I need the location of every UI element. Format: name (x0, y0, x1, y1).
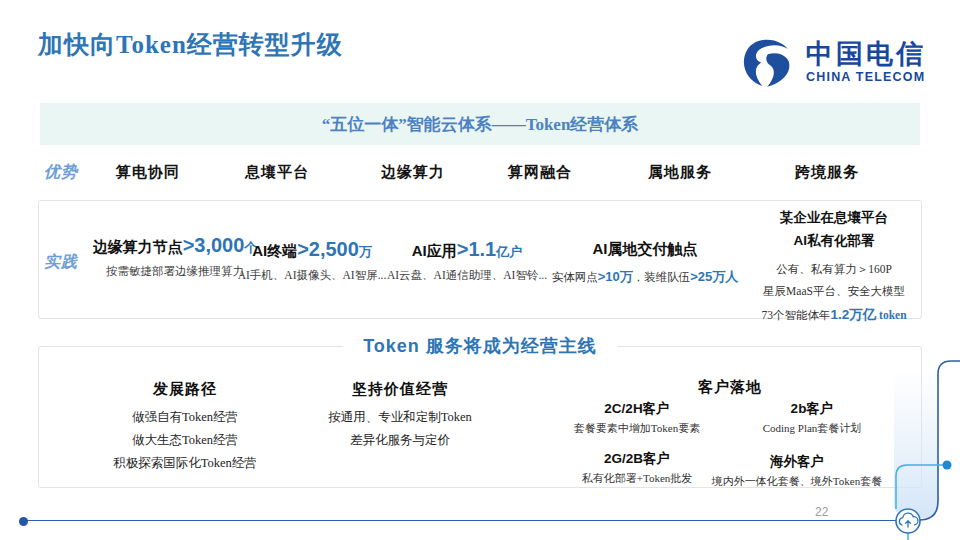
list-item: 按通用、专业和定制Token (328, 406, 472, 429)
stat-value: >3,000 (183, 234, 245, 256)
slide: 加快向Token经营转型升级 中国电信 CHINA TELECOM “五位一体”… (0, 0, 960, 540)
practice-label: 实践 (44, 252, 78, 273)
gradient-panel (894, 368, 938, 518)
stat-sub: 按需敏捷部署边缘推理算力 (93, 264, 258, 279)
stat-main: AI终端>2,500万 (238, 238, 387, 261)
touchpoint-sub-part-highlight: >25万人 (690, 269, 738, 284)
touchpoint-sub-part-highlight: >10万 (598, 269, 633, 284)
stat-value: >2,500 (297, 238, 359, 260)
china-telecom-swirl-icon (741, 34, 797, 90)
card-desc: 私有化部署+Token批发 (582, 471, 693, 486)
card-desc: 套餐要素中增加Token要素 (574, 421, 700, 436)
case-line-5-black: 73个智能体年 (761, 309, 830, 321)
stat-prefix: AI应用 (412, 242, 457, 259)
card-desc: 境内外一体化套餐、境外Token套餐 (712, 474, 882, 489)
column-heading-dev-path: 发展路径 (153, 380, 217, 399)
column-heading-value: 坚持价值经营 (352, 380, 448, 399)
column-heading-customers: 客户落地 (698, 378, 762, 397)
case-line-5: 73个智能体年1.2万亿 token (748, 306, 920, 324)
stat-ai-apps: AI应用>1.1亿户 AI云盘、AI通信助理、AI智铃... (387, 238, 547, 283)
advantage-item: 属地服务 (648, 163, 712, 182)
stat-unit: 万 (359, 244, 372, 259)
list-item: 做大生态Token经营 (113, 429, 257, 452)
case-line-4: 星辰MaaS平台、安全大模型 (748, 284, 920, 299)
stat-main: 边缘算力节点>3,000个 (93, 234, 258, 257)
card-title: 2b客户 (763, 400, 862, 418)
stat-edge-nodes: 边缘算力节点>3,000个 按需敏捷部署边缘推理算力 (93, 234, 258, 279)
touchpoint-sub-part: 实体网点 (552, 271, 598, 283)
column-items-value: 按通用、专业和定制Token 差异化服务与定价 (328, 406, 472, 452)
stat-prefix: AI终端 (252, 242, 297, 259)
touchpoint-sub-part: ，装维队伍 (633, 271, 691, 283)
stat-value: >1.1 (457, 238, 496, 260)
logo-text: 中国电信 CHINA TELECOM (806, 40, 926, 83)
case-line-3: 公有、私有算力＞160P (748, 262, 920, 277)
stat-sub: AI手机、AI摄像头、AI智屏... (238, 268, 387, 283)
advantage-item: 跨境服务 (795, 163, 859, 182)
case-line-5-token: token (876, 309, 906, 321)
customer-card-overseas: 海外客户 境内外一体化套餐、境外Token套餐 (712, 453, 882, 489)
card-title: 2G/2B客户 (582, 450, 693, 468)
stat-unit: 亿户 (496, 244, 522, 259)
stat-main: AI应用>1.1亿户 (387, 238, 547, 261)
advantage-item: 息壤平台 (245, 163, 309, 182)
card-title: 海外客户 (712, 453, 882, 471)
china-telecom-logo: 中国电信 CHINA TELECOM (741, 34, 926, 90)
touchpoint-sub: 实体网点>10万，装维队伍>25万人 (552, 267, 739, 286)
page-number: 22 (815, 505, 828, 519)
customer-card-2c2h: 2C/2H客户 套餐要素中增加Token要素 (574, 400, 700, 436)
banner-title: “五位一体”智能云体系——Token经营体系 (322, 113, 639, 136)
card-title: 2C/2H客户 (574, 400, 700, 418)
column-items-dev-path: 做强自有Token经营 做大生态Token经营 积极探索国际化Token经营 (113, 406, 257, 475)
logo-name-cn: 中国电信 (806, 40, 926, 68)
stat-local-touchpoints: AI属地交付触点 实体网点>10万，装维队伍>25万人 (552, 240, 739, 286)
case-study: 某企业在息壤平台 AI私有化部署 公有、私有算力＞160P 星辰MaaS平台、安… (748, 206, 920, 324)
logo-name-en: CHINA TELECOM (806, 71, 926, 84)
stat-sub: AI云盘、AI通信助理、AI智铃... (387, 268, 547, 283)
advantage-item: 算网融合 (508, 163, 572, 182)
bottom-divider-line (24, 520, 896, 521)
advantage-item: 边缘算力 (381, 163, 445, 182)
line-end-dot (19, 517, 28, 526)
customer-card-2b: 2b客户 Coding Plan套餐计划 (763, 400, 862, 436)
case-line-2: AI私有化部署 (748, 229, 920, 252)
card-desc: Coding Plan套餐计划 (763, 421, 862, 436)
corner-decoration (860, 330, 960, 540)
list-item: 积极探索国际化Token经营 (113, 452, 257, 475)
stat-ai-terminals: AI终端>2,500万 AI手机、AI摄像头、AI智屏... (238, 238, 387, 283)
advantage-item: 算电协同 (116, 163, 180, 182)
page-title: 加快向Token经营转型升级 (38, 28, 343, 61)
mainline-title: Token 服务将成为经营主线 (343, 334, 617, 358)
touchpoint-title: AI属地交付触点 (552, 240, 739, 259)
case-line-5-blue: 1.2万亿 (830, 307, 876, 322)
path-end-dot (943, 461, 952, 470)
customer-card-2g2b: 2G/2B客户 私有化部署+Token批发 (582, 450, 693, 486)
banner: “五位一体”智能云体系——Token经营体系 (40, 103, 920, 145)
list-item: 做强自有Token经营 (113, 406, 257, 429)
list-item: 差异化服务与定价 (328, 429, 472, 452)
stat-prefix: 边缘算力节点 (93, 238, 183, 255)
advantages-label: 优势 (44, 162, 78, 183)
case-line-1: 某企业在息壤平台 (748, 206, 920, 229)
